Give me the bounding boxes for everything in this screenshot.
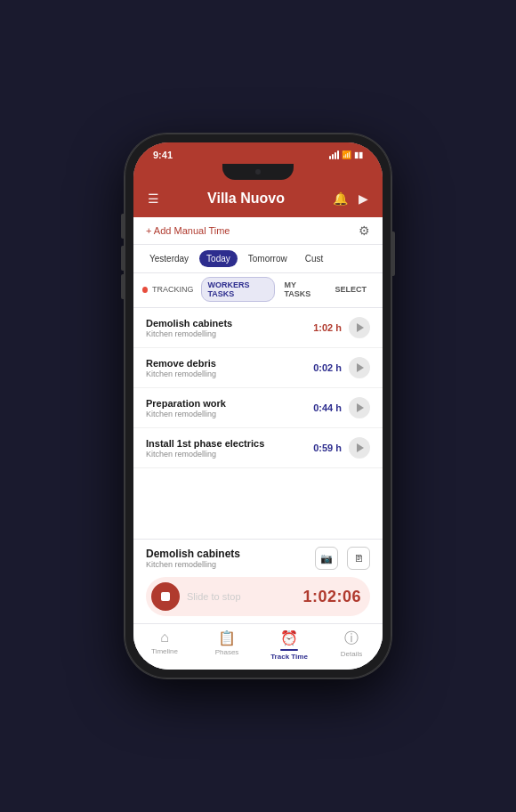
task-item[interactable]: Install 1st phase electrics Kitchen remo… [133,428,383,468]
tracking-label: TRACKING [152,285,194,294]
notes-action-icon[interactable]: 🖹 [347,547,370,570]
filter-workers-tasks[interactable]: WORKERS TASKS [201,277,276,302]
play-arrow-icon [357,323,364,332]
stop-icon [161,592,170,601]
task-list: Demolish cabinets Kitchen remodelling 1:… [133,308,383,539]
task-item[interactable]: Remove debris Kitchen remodelling 0:02 h [133,348,383,388]
add-manual-time-button[interactable]: + Add Manual Time [146,225,230,236]
task-name: Demolish cabinets [146,318,313,329]
play-button[interactable] [349,317,370,338]
camera-action-icon[interactable]: 📷 [315,547,338,570]
status-time: 9:41 [153,150,173,160]
active-task-name: Demolish cabinets [146,548,240,560]
nav-phases[interactable]: 📋 Phases [205,629,249,661]
task-name: Remove debris [146,358,313,369]
header-action-icons: 🔔 ▶ [333,191,368,206]
status-icons: 📶 ▮▮ [329,150,363,159]
task-time: 1:02 h [313,322,342,333]
task-name: Preparation work [146,398,313,409]
task-time: 0:02 h [313,362,342,373]
filter-tabs: TRACKING WORKERS TASKS MY TASKS SELECT [133,273,383,308]
app-header: ☰ Villa Nuovo 🔔 ▶ [133,183,383,217]
slide-to-stop[interactable]: Slide to stop 1:02:06 [146,577,370,616]
task-project: Kitchen remodelling [146,369,313,378]
play-arrow-icon [357,363,364,372]
task-project: Kitchen remodelling [146,450,313,459]
phases-icon: 📋 [218,629,236,646]
nav-timeline[interactable]: ⌂ Timeline [142,629,187,661]
phone-screen: 9:41 📶 ▮▮ ☰ [133,142,383,670]
tab-yesterday[interactable]: Yesterday [142,250,196,267]
bell-icon[interactable]: 🔔 [333,191,348,206]
nav-details-label: Details [341,650,362,658]
play-arrow-icon [357,403,364,412]
status-bar: 9:41 📶 ▮▮ [133,142,383,164]
menu-icon[interactable]: ☰ [148,191,159,206]
tab-custom[interactable]: Cust [298,250,331,267]
filter-select[interactable]: SELECT [327,281,374,297]
slide-text: Slide to stop [187,591,295,602]
play-button[interactable] [349,397,370,418]
chat-icon[interactable]: ▶ [359,191,368,206]
details-icon: ⓘ [344,629,359,648]
nav-timeline-label: Timeline [151,647,178,655]
bottom-nav: ⌂ Timeline 📋 Phases ⏰ Track Time ⓘ Detai… [133,623,383,670]
nav-track-time-label: Track Time [270,653,308,661]
tab-today[interactable]: Today [199,250,238,267]
header-title: Villa Nuovo [207,191,285,207]
task-project: Kitchen remodelling [146,329,313,338]
stop-button[interactable] [151,582,180,611]
tab-tomorrow[interactable]: Tomorrow [241,250,294,267]
timer-icon: ⏰ [280,629,298,646]
active-nav-indicator [280,649,298,651]
play-button[interactable] [349,437,370,459]
notch [133,164,383,183]
task-name: Install 1st phase electrics [146,438,313,449]
phone-frame: 9:41 📶 ▮▮ ☰ [125,134,391,678]
nav-details[interactable]: ⓘ Details [329,629,374,661]
wifi-icon: 📶 [342,150,351,159]
nav-phases-label: Phases [215,648,239,656]
settings-icon[interactable]: ⚙ [359,223,370,238]
nav-track-time[interactable]: ⏰ Track Time [267,629,311,661]
battery-icon: ▮▮ [354,150,363,159]
camera-dot [255,169,261,175]
date-tabs: Yesterday Today Tomorrow Cust [133,245,383,273]
active-task-project: Kitchen remodelling [146,560,240,569]
task-time: 0:59 h [313,443,342,453]
play-button[interactable] [349,357,370,378]
task-project: Kitchen remodelling [146,410,313,418]
signal-bars-icon [329,150,339,159]
main-content: + Add Manual Time ⚙ Yesterday Today Tomo… [133,217,383,670]
task-item[interactable]: Demolish cabinets Kitchen remodelling 1:… [133,308,383,348]
task-item[interactable]: Preparation work Kitchen remodelling 0:4… [133,388,383,428]
top-actions-bar: + Add Manual Time ⚙ [133,217,383,245]
home-icon: ⌂ [160,629,169,646]
play-arrow-icon [357,443,364,452]
active-task-bar: Demolish cabinets Kitchen remodelling 📷 … [133,539,383,623]
filter-my-tasks[interactable]: MY TASKS [277,277,326,302]
tracking-dot-icon [142,287,148,293]
timer-display: 1:02:06 [302,588,361,606]
task-time: 0:44 h [313,402,342,413]
